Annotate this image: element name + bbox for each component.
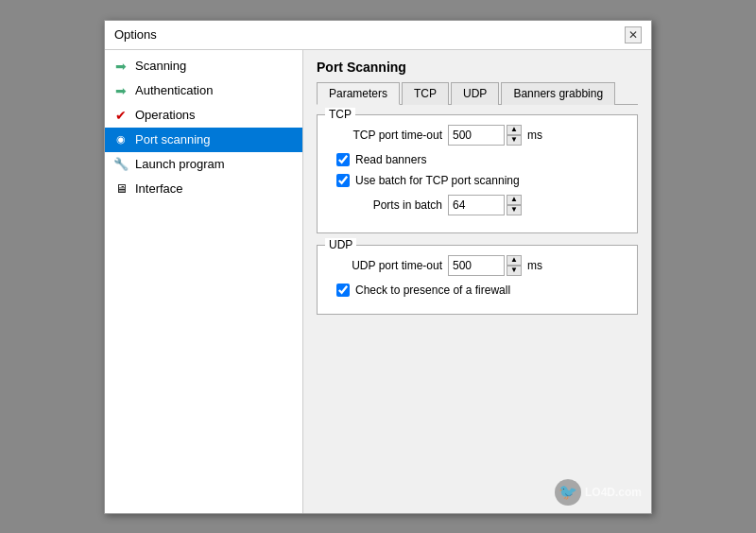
sidebar-item-label: Port scanning — [135, 132, 211, 146]
sidebar-item-port-scanning[interactable]: ◉ Port scanning — [105, 128, 302, 152]
watermark-text: LO4D.com — [585, 486, 642, 499]
use-batch-checkbox[interactable] — [336, 174, 350, 187]
tcp-timeout-unit: ms — [527, 129, 542, 142]
options-dialog: Options ✕ ➡ Scanning ➡ Authentication ✔ … — [104, 20, 652, 514]
firewall-checkbox[interactable] — [336, 284, 350, 297]
tcp-timeout-spinner: ▲ ▼ — [448, 125, 522, 146]
udp-timeout-input[interactable] — [448, 255, 505, 276]
read-banners-label: Read banners — [355, 153, 426, 166]
operations-icon: ✔ — [112, 107, 129, 124]
main-content: Port Scanning Parameters TCP UDP Banners… — [303, 50, 651, 513]
sidebar-item-authentication[interactable]: ➡ Authentication — [105, 78, 302, 103]
ports-batch-row: Ports in batch ▲ ▼ — [329, 195, 626, 215]
batch-row: Use batch for TCP port scanning — [329, 174, 626, 187]
tab-banners[interactable]: Banners grabbing — [501, 82, 615, 105]
sidebar-item-label: Launch program — [135, 157, 225, 171]
udp-timeout-spinner: ▲ ▼ — [448, 255, 522, 276]
tcp-timeout-spin-buttons: ▲ ▼ — [507, 125, 522, 146]
udp-timeout-label: UDP port time-out — [329, 259, 442, 272]
scanning-icon: ➡ — [112, 58, 129, 75]
udp-timeout-row: UDP port time-out ▲ ▼ ms — [329, 255, 626, 276]
read-banners-checkbox[interactable] — [336, 153, 350, 166]
tcp-timeout-input[interactable] — [448, 125, 505, 146]
port-scanning-icon: ◉ — [112, 131, 129, 148]
sidebar-item-interface[interactable]: 🖥 Interface — [105, 177, 302, 201]
watermark-logo: 🐦 — [555, 479, 581, 506]
udp-group: UDP UDP port time-out ▲ ▼ ms Check to pr… — [317, 245, 638, 315]
sidebar-item-label: Scanning — [135, 59, 186, 73]
tcp-timeout-spin-up[interactable]: ▲ — [507, 125, 522, 135]
section-title: Port Scanning — [317, 60, 638, 75]
sidebar: ➡ Scanning ➡ Authentication ✔ Operations… — [105, 50, 303, 513]
sidebar-item-launch-program[interactable]: 🔧 Launch program — [105, 152, 302, 177]
tcp-group-label: TCP — [325, 108, 355, 121]
sidebar-item-label: Operations — [135, 108, 196, 122]
ports-input[interactable] — [448, 195, 505, 215]
close-button[interactable]: ✕ — [625, 26, 642, 43]
tabs-bar: Parameters TCP UDP Banners grabbing — [317, 82, 638, 105]
ports-spin-buttons: ▲ ▼ — [507, 195, 522, 215]
interface-icon: 🖥 — [112, 181, 129, 198]
sidebar-item-operations[interactable]: ✔ Operations — [105, 103, 302, 128]
sidebar-item-label: Interface — [135, 181, 183, 196]
sidebar-item-scanning[interactable]: ➡ Scanning — [105, 54, 302, 78]
firewall-label: Check to presence of a firewall — [355, 284, 510, 297]
dialog-title: Options — [114, 27, 157, 42]
use-batch-label: Use batch for TCP port scanning — [355, 174, 520, 187]
udp-timeout-spin-buttons: ▲ ▼ — [507, 255, 522, 276]
tab-tcp[interactable]: TCP — [402, 82, 449, 105]
launch-icon: 🔧 — [112, 156, 129, 173]
authentication-icon: ➡ — [112, 82, 129, 99]
udp-timeout-spin-down[interactable]: ▼ — [507, 266, 522, 276]
firewall-row: Check to presence of a firewall — [329, 284, 626, 297]
udp-timeout-spin-up[interactable]: ▲ — [507, 255, 522, 266]
watermark: 🐦 LO4D.com — [555, 479, 642, 506]
ports-spin-down[interactable]: ▼ — [507, 205, 522, 215]
tcp-timeout-label: TCP port time-out — [329, 129, 442, 142]
tcp-timeout-row: TCP port time-out ▲ ▼ ms — [329, 125, 626, 146]
udp-group-label: UDP — [325, 238, 356, 251]
tcp-group: TCP TCP port time-out ▲ ▼ ms Read banner… — [317, 114, 638, 233]
dialog-body: ➡ Scanning ➡ Authentication ✔ Operations… — [105, 50, 651, 513]
read-banners-row: Read banners — [329, 153, 626, 166]
title-bar: Options ✕ — [105, 21, 651, 50]
tab-parameters[interactable]: Parameters — [317, 82, 400, 105]
sidebar-item-label: Authentication — [135, 83, 213, 97]
udp-timeout-unit: ms — [527, 259, 542, 272]
tab-udp[interactable]: UDP — [451, 82, 499, 105]
ports-spin-up[interactable]: ▲ — [507, 195, 522, 205]
ports-label: Ports in batch — [329, 198, 442, 212]
ports-spinner: ▲ ▼ — [448, 195, 522, 215]
tcp-timeout-spin-down[interactable]: ▼ — [507, 135, 522, 146]
